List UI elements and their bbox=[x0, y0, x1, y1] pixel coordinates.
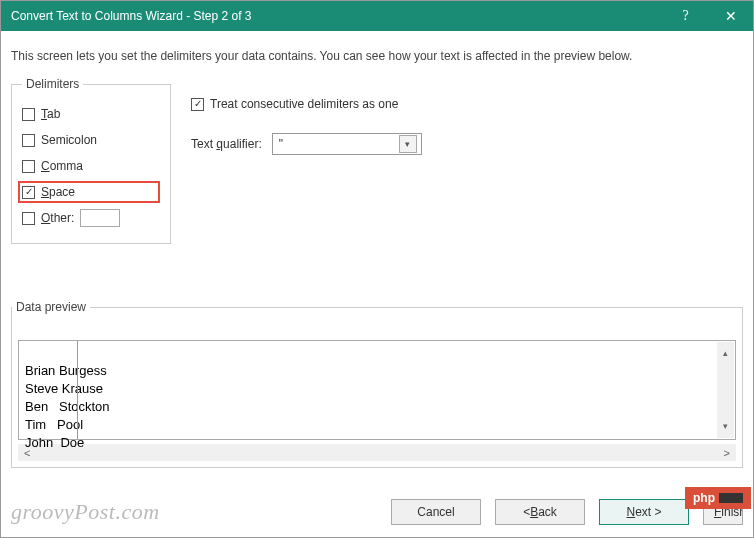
delimiter-options: Treat consecutive delimiters as one Text… bbox=[191, 77, 422, 155]
vertical-scrollbar[interactable]: ▴▾ bbox=[717, 342, 734, 438]
back-button[interactable]: < Back bbox=[495, 499, 585, 525]
consecutive-checkbox[interactable] bbox=[191, 98, 204, 111]
cancel-button[interactable]: Cancel bbox=[391, 499, 481, 525]
semicolon-label: Semicolon bbox=[41, 133, 97, 147]
tab-label: Tab bbox=[41, 107, 60, 121]
watermark: groovyPost.com bbox=[11, 499, 391, 525]
close-button[interactable]: ✕ bbox=[708, 1, 753, 31]
space-checkbox[interactable] bbox=[22, 186, 35, 199]
dialog-window: Convert Text to Columns Wizard - Step 2 … bbox=[0, 0, 754, 538]
horizontal-scrollbar[interactable]: <> bbox=[18, 444, 736, 461]
help-button[interactable]: ? bbox=[663, 1, 708, 31]
comma-label: Comma bbox=[41, 159, 83, 173]
space-label: Space bbox=[41, 185, 75, 199]
window-title: Convert Text to Columns Wizard - Step 2 … bbox=[11, 9, 663, 23]
delimiters-legend: Delimiters bbox=[22, 77, 83, 91]
qualifier-label: Text qualifier: bbox=[191, 137, 262, 151]
data-preview-legend: Data preview bbox=[12, 300, 90, 314]
other-checkbox[interactable] bbox=[22, 212, 35, 225]
qualifier-value: " bbox=[279, 137, 283, 151]
other-input[interactable] bbox=[80, 209, 120, 227]
php-badge: php bbox=[685, 487, 751, 509]
tab-checkbox[interactable] bbox=[22, 108, 35, 121]
other-label: Other: bbox=[41, 211, 74, 225]
chevron-down-icon: ▾ bbox=[399, 135, 417, 153]
preview-grid: Brian Burgess Steve Krause Ben Stockton … bbox=[18, 340, 736, 440]
instruction-text: This screen lets you set the delimiters … bbox=[11, 49, 743, 63]
consecutive-label: Treat consecutive delimiters as one bbox=[210, 97, 398, 111]
semicolon-checkbox[interactable] bbox=[22, 134, 35, 147]
data-preview-group: Data preview Brian Burgess Steve Krause … bbox=[11, 300, 743, 468]
delimiters-group: Delimiters Tab Semicolon Comma Space bbox=[11, 77, 171, 244]
next-button[interactable]: Next > bbox=[599, 499, 689, 525]
comma-checkbox[interactable] bbox=[22, 160, 35, 173]
title-bar: Convert Text to Columns Wizard - Step 2 … bbox=[1, 1, 753, 31]
qualifier-select[interactable]: " ▾ bbox=[272, 133, 422, 155]
column-divider bbox=[77, 341, 78, 439]
space-highlight: Space bbox=[18, 181, 160, 203]
